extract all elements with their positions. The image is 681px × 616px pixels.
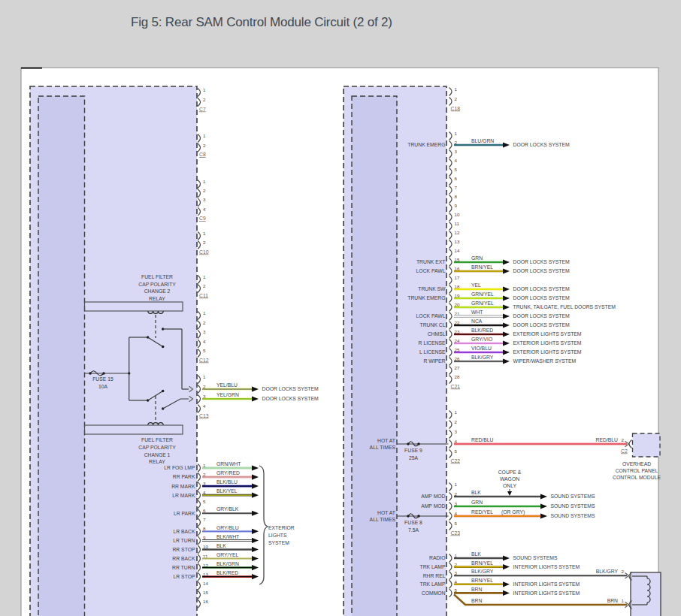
pin-number: 2: [203, 283, 206, 288]
system-label: DOOR LOCKS SYSTEM: [513, 268, 570, 273]
wire-color-label: GRY/RED: [216, 470, 240, 476]
pin-number: 3: [203, 329, 206, 334]
pin-number: 7: [203, 517, 206, 522]
connector-ref-c13[interactable]: C13: [199, 413, 209, 418]
overhead-module-outline: [633, 433, 661, 457]
connector-ref-c12[interactable]: C12: [199, 358, 209, 363]
signal-label: R LICENSE: [419, 340, 446, 346]
system-label: DOOR LOCKS SYSTEM: [262, 396, 319, 401]
signal-label: LR FOG LMP: [164, 465, 195, 470]
signal-label: LOCK PAWL: [416, 313, 446, 319]
pin-number: 14: [455, 248, 460, 253]
junction-dot: [162, 390, 164, 392]
fuse-label: FUSE 15: [92, 376, 114, 382]
connector-ref-c23[interactable]: C23: [451, 530, 461, 536]
connector-ref-c22[interactable]: C22: [451, 458, 461, 464]
junction-dot: [162, 346, 164, 348]
wire-color-label: BRN/YEL: [471, 264, 493, 270]
wire-color-label: BLK: [471, 490, 481, 495]
system-label: DOOR LOCKS SYSTEM: [513, 259, 570, 264]
signal-label: L LICENSE: [419, 349, 446, 355]
wire-color-label: GRY/VIO: [471, 337, 492, 342]
system-label: DOOR LOCKS SYSTEM: [513, 286, 570, 291]
connector-ref-c18[interactable]: C18: [451, 106, 461, 111]
connector-ref-c10[interactable]: C10: [199, 249, 209, 255]
connector-ref-c9[interactable]: C9: [199, 216, 206, 221]
wire-color-label: RED/BLU: [596, 437, 619, 442]
module-label: OVERHEAD: [622, 461, 651, 467]
wire-color-label: BRN: [471, 598, 482, 603]
wire-color-label: VIO/BLU: [471, 346, 492, 351]
fuse-label: FUSE 8: [404, 520, 422, 525]
module-label: CONTROL PANEL: [616, 468, 658, 473]
pin-number: 12: [455, 230, 460, 235]
pin-number: 2: [622, 437, 625, 442]
wiring-diagram: 12C712C81234C912C1012C1112345C121234C13Y…: [0, 0, 681, 616]
wire-color-label: BLK/GRN: [216, 561, 239, 566]
wire-color-label: RED/BLU: [471, 437, 494, 442]
signal-label: TRUNK SW: [418, 286, 446, 291]
relay-label: RELAY: [149, 459, 165, 464]
rear-relay-device: [629, 572, 661, 616]
pin-number: 1: [203, 179, 206, 184]
relay-label: CHANGE 1: [144, 452, 171, 457]
signal-label: RR STOP: [172, 547, 195, 552]
wire-color-label: BLK/RED: [471, 328, 493, 333]
signal-label: LR BACK: [173, 529, 195, 534]
fuse-label: 10A: [98, 384, 108, 389]
connector-ref-c2[interactable]: C2: [621, 448, 628, 454]
pin-number: 5: [455, 521, 458, 526]
signal-label: LOCK PAWL: [416, 268, 446, 273]
pin-number: 1: [622, 598, 625, 603]
wire-color-label: YEL/GRN: [216, 392, 239, 397]
fuse-label: 25A: [409, 455, 419, 460]
note-label: WAGON: [500, 476, 519, 482]
signal-label: LR STOP: [174, 574, 195, 579]
pin-number: 9: [455, 203, 458, 208]
hot-label: HOT AT: [377, 438, 395, 443]
fuse-label: 7.5A: [408, 527, 419, 533]
relay-box: [631, 572, 661, 616]
system-label: EXTERIOR: [268, 525, 295, 530]
connector-ref-c11[interactable]: C11: [199, 293, 208, 298]
pin-number: 2: [203, 143, 206, 148]
pin-number: 1: [203, 310, 206, 316]
connector-ref-c8[interactable]: C8: [199, 152, 206, 157]
system-label: EXTERIOR LIGHTS SYSTEM: [513, 340, 582, 346]
wire-color-label: BRN: [471, 587, 482, 592]
pin-number: 4: [203, 207, 206, 212]
pin-number: 2: [203, 240, 206, 245]
signal-label: TRK LAMP: [420, 564, 446, 569]
wire-color-label: YEL/BLU: [216, 382, 238, 388]
wire-color-label: BLK: [471, 551, 481, 557]
system-label: DOOR LOCKS SYSTEM: [513, 313, 570, 319]
pin-number: 1: [203, 87, 206, 92]
system-label: SOUND SYSTEMS: [551, 503, 595, 509]
left-control-module-inner: [38, 96, 85, 616]
pin-number: 15: [203, 590, 208, 595]
pin-number: 1: [203, 274, 206, 279]
pin-number: 2: [455, 96, 458, 101]
signal-label: CHMSL: [428, 331, 446, 337]
wire-color-label: GRY/BLU: [216, 525, 239, 530]
pin-number: 1: [203, 133, 206, 138]
pin-number: 5: [455, 167, 458, 172]
wire-color-label: GRN/WHT: [216, 461, 241, 467]
system-label: WIPER/WASHER SYSTEM: [513, 358, 577, 364]
system-label: SOUND SYSTEMS: [551, 513, 595, 518]
fuse-label: FUSE 9: [404, 448, 422, 453]
relay-label: CHANGE 2: [144, 288, 171, 294]
pin-number: 8: [455, 194, 458, 199]
wire-color-label: BLK/GRY: [596, 569, 619, 574]
system-label: LIGHTS: [268, 533, 287, 538]
connector-ref-c21[interactable]: C21: [451, 384, 461, 389]
system-label: INTERIOR LIGHTS SYSTEM: [513, 590, 580, 596]
pin-number: 1: [455, 131, 458, 136]
connector-ref-c7[interactable]: C7: [199, 107, 206, 112]
pin-number: 1: [455, 409, 458, 415]
signal-label: RR BACK: [172, 556, 195, 561]
system-label: SOUND SYSTEMS: [551, 494, 595, 499]
pin-number: 7: [455, 185, 458, 190]
pin-number: 27: [455, 365, 460, 370]
wire-color-label: BRN/YEL: [471, 560, 493, 566]
